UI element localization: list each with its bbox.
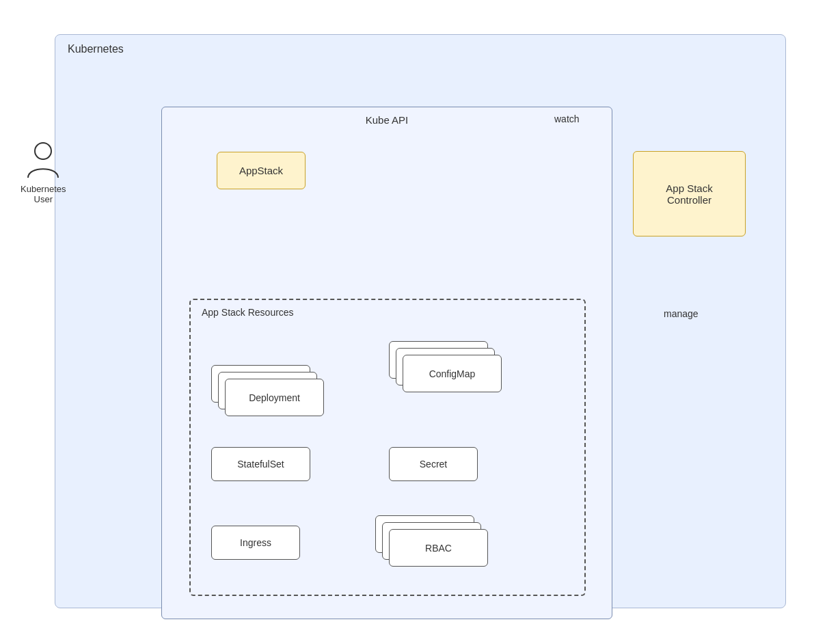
rbac-label: RBAC: [425, 543, 452, 554]
configmap-box: ConfigMap: [403, 355, 502, 392]
deployment-box: Deployment: [225, 379, 324, 416]
configmap-label: ConfigMap: [429, 368, 476, 379]
kubernetes-label: Kubernetes: [68, 43, 124, 55]
watch-label: watch: [554, 113, 580, 124]
ingress-label: Ingress: [240, 537, 271, 548]
kubernetes-user: KubernetesUser: [21, 140, 66, 204]
appstack-box: AppStack: [217, 152, 306, 189]
deployment-label: Deployment: [249, 392, 300, 403]
appstack-label: AppStack: [239, 165, 283, 176]
statefulset-box: StatefulSet: [211, 447, 310, 481]
secret-label: Secret: [420, 459, 447, 470]
person-icon: [25, 140, 62, 181]
app-stack-controller-label: App StackController: [666, 182, 712, 206]
ingress-box: Ingress: [211, 526, 300, 560]
statefulset-label: StatefulSet: [237, 459, 284, 470]
manage-label: manage: [664, 308, 699, 319]
secret-box: Secret: [389, 447, 478, 481]
kube-api-label: Kube API: [366, 114, 409, 126]
kubernetes-box: Kubernetes Kube API AppStack App Stack R…: [55, 34, 786, 608]
app-stack-controller-box: App StackController: [633, 151, 746, 236]
diagram-container: Kubernetes Kube API AppStack App Stack R…: [0, 0, 840, 637]
svg-point-3: [35, 143, 51, 159]
rbac-box: RBAC: [389, 529, 488, 567]
app-stack-resources-label: App Stack Resources: [202, 307, 294, 318]
kubernetes-user-label: KubernetesUser: [21, 184, 66, 204]
app-stack-resources-box: App Stack Resources Deployment ConfigMap…: [189, 299, 586, 596]
kube-api-box: Kube API AppStack App Stack Resources De…: [161, 107, 612, 619]
